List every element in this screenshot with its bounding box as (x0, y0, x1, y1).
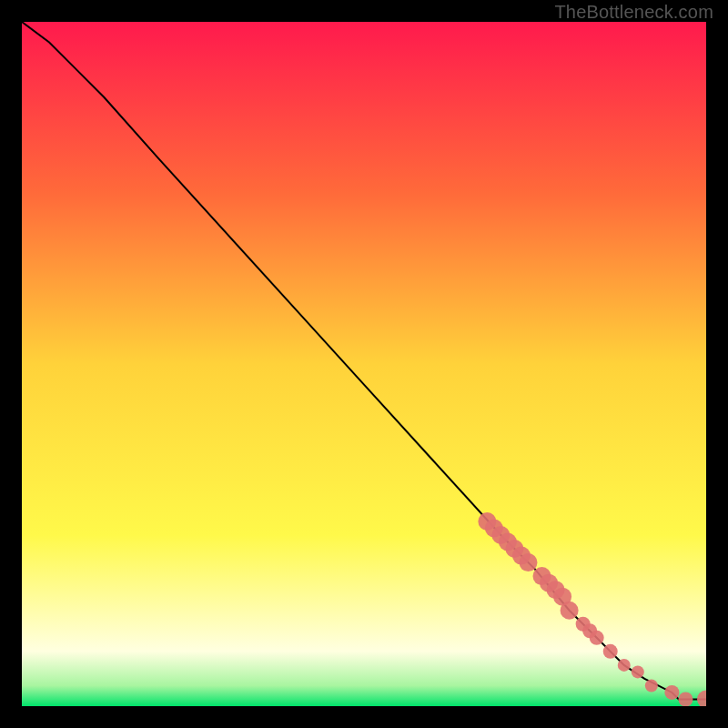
data-point (561, 602, 579, 620)
data-point (645, 679, 658, 692)
data-point (678, 692, 693, 706)
gradient-background (22, 22, 706, 706)
data-point (632, 665, 644, 678)
data-point (519, 553, 537, 571)
chart-frame: TheBottleneck.com (0, 0, 728, 728)
plot-area (22, 22, 706, 706)
data-point (618, 659, 631, 672)
data-point (664, 685, 679, 700)
attribution-text: TheBottleneck.com (554, 2, 713, 23)
data-point (603, 644, 618, 659)
chart-svg (22, 22, 706, 706)
data-point (590, 631, 604, 645)
